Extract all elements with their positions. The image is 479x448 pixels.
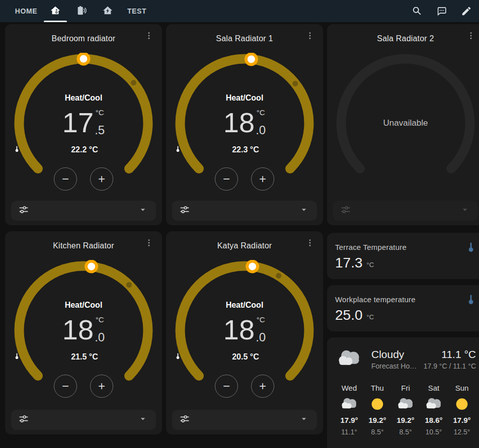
card-title: Kitchen Radiator <box>25 241 142 250</box>
current-temp-value: 22.3 °C <box>232 145 259 154</box>
search-button[interactable] <box>412 6 423 17</box>
plus-icon: + <box>259 379 266 393</box>
thermostat-card: Sala Radiator 1Heat/Cool18°C.022.3 °C−+ <box>166 24 323 225</box>
current-temp-value: 22.2 °C <box>71 145 98 154</box>
forecast-high: 18.6° <box>420 416 448 424</box>
card-title: Sala Radiator 1 <box>186 34 303 43</box>
current-temperature: 21.5 °C <box>13 352 154 362</box>
presets-dropdown[interactable] <box>172 410 317 430</box>
card-title: Katya Radiator <box>186 241 303 250</box>
tab-label: HOME <box>15 7 37 15</box>
weather-high-low: 17.9 °C / 11.1 °C <box>424 362 476 370</box>
decrease-button[interactable]: − <box>54 375 77 398</box>
caret-down-icon <box>138 414 148 426</box>
temp-adjust-row: −+ <box>166 375 323 398</box>
temp-adjust-row: −+ <box>5 375 162 398</box>
tab-home[interactable]: HOME <box>10 0 42 22</box>
search-icon <box>412 6 423 17</box>
menu-dots-icon <box>305 31 314 42</box>
thermostat-dial: Unavailable <box>335 53 476 194</box>
header-actions <box>412 0 479 22</box>
target-temp-int: 18 <box>62 316 94 344</box>
menu-dots-icon <box>466 31 475 42</box>
caret-down-icon <box>138 205 148 217</box>
card-menu-button[interactable] <box>144 31 154 42</box>
current-temperature: 22.2 °C <box>13 145 154 154</box>
target-temp-decimal: .5 <box>95 125 105 136</box>
tune-icon <box>18 413 29 426</box>
current-temp-value: 21.5 °C <box>71 352 98 362</box>
edit-button[interactable] <box>461 6 472 17</box>
cloudy-icon <box>339 397 359 413</box>
minus-icon: − <box>223 379 230 393</box>
tune-icon <box>179 413 190 426</box>
increase-button[interactable]: + <box>90 167 113 191</box>
menu-dots-icon <box>144 31 153 42</box>
decrease-button[interactable]: − <box>215 375 238 398</box>
decrease-button[interactable]: − <box>54 167 77 191</box>
tab-battery[interactable] <box>68 0 95 22</box>
plus-icon: + <box>98 172 105 186</box>
temp-adjust-row: −+ <box>166 167 323 191</box>
hvac-mode-label: Heat/Cool <box>13 301 154 310</box>
card-menu-button[interactable] <box>466 31 476 42</box>
tab-energy[interactable] <box>95 0 121 22</box>
card-title: Sala Radiator 2 <box>347 34 464 43</box>
pencil-icon <box>461 6 472 17</box>
decrease-button[interactable]: − <box>215 167 238 191</box>
increase-button[interactable]: + <box>251 375 274 398</box>
presets-dropdown[interactable] <box>11 410 156 430</box>
minus-icon: − <box>62 379 69 393</box>
card-title: Bedroom radiator <box>25 34 142 43</box>
tab-climate[interactable] <box>42 0 68 22</box>
increase-button[interactable]: + <box>251 167 274 191</box>
menu-dots-icon <box>305 238 314 249</box>
sensor-name: Terrace Temperature <box>335 243 476 251</box>
assist-button[interactable] <box>436 6 447 17</box>
target-temp-int: 18 <box>223 109 255 137</box>
thermostat-card: Sala Radiator 2Unavailable <box>327 24 479 225</box>
card-menu-button[interactable] <box>305 238 315 249</box>
forecast-row: Wed17.9°11.1°Thu19.2°8.5°Fri19.2°8.5°Sat… <box>335 384 476 436</box>
weather-temperature: 11.1 °C <box>424 348 476 361</box>
weather-card[interactable]: CloudyForecast Ho…11.1 °C17.9 °C / 11.1 … <box>327 337 479 448</box>
caret-down-icon <box>299 205 309 217</box>
presets-dropdown[interactable] <box>172 201 317 221</box>
weather-condition: Cloudy <box>371 348 424 361</box>
presets-dropdown[interactable] <box>11 201 156 221</box>
cloudy-icon <box>424 397 444 413</box>
target-temp-int: 17 <box>62 109 94 137</box>
sensor-unit: °C <box>367 313 374 322</box>
tune-icon <box>340 204 351 217</box>
view-tabs: HOMETEST <box>0 0 153 22</box>
presets-dropdown <box>333 201 478 221</box>
unavailable-label: Unavailable <box>335 118 476 128</box>
plus-icon: + <box>98 379 105 393</box>
caret-down-icon <box>299 414 309 426</box>
temperature-icon <box>465 294 477 306</box>
tab-test[interactable]: TEST <box>121 0 153 22</box>
forecast-low: 10.5° <box>420 428 448 436</box>
forecast-high: 17.9° <box>335 416 363 424</box>
temperature-icon <box>465 241 477 253</box>
forecast-day-label: Thu <box>363 384 391 392</box>
target-temp-decimal: .0 <box>95 332 105 343</box>
weather-subtitle: Forecast Ho… <box>371 362 424 370</box>
forecast-day: Sun17.9°12.5° <box>448 384 476 436</box>
cloudy-icon <box>395 397 416 413</box>
increase-button[interactable]: + <box>90 375 113 398</box>
sensor-value: 17.3 <box>335 256 363 270</box>
sensor-card[interactable]: Workplace temperature25.0°C <box>327 285 479 331</box>
house-thermometer-icon <box>50 5 61 18</box>
card-menu-button[interactable] <box>144 238 154 249</box>
card-menu-button[interactable] <box>305 31 315 42</box>
sensor-card[interactable]: Terrace Temperature17.3°C <box>327 233 479 279</box>
target-temp-unit: °C <box>256 316 266 323</box>
sunny-icon <box>367 397 387 413</box>
forecast-low: 8.5° <box>363 428 391 436</box>
house-energy-icon <box>102 5 113 18</box>
sensor-unit: °C <box>367 261 374 270</box>
target-temp-unit: °C <box>95 109 105 116</box>
hvac-mode-label: Heat/Cool <box>174 301 315 310</box>
weather-condition-icon <box>335 348 363 371</box>
